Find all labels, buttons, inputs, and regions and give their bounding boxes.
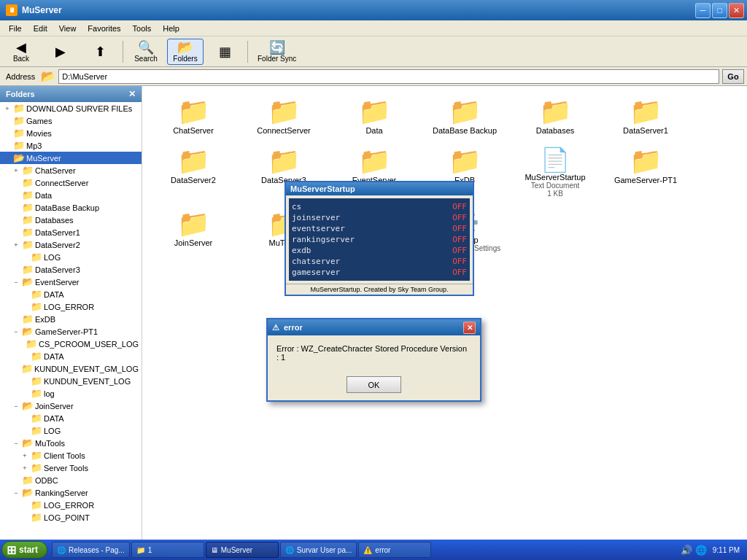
minimize-button[interactable]: ─ bbox=[695, 3, 711, 18]
tray-icon-2: 🌐 bbox=[695, 545, 707, 556]
back-icon: ◀ bbox=[16, 41, 26, 54]
taskbar-label-1: 1 bbox=[148, 546, 152, 554]
error-message: Error : WZ_CreateChracter Stored Procedu… bbox=[276, 344, 471, 362]
taskbar-label-error: error bbox=[375, 546, 390, 554]
toolbar: ◀ Back ▶ ⬆ 🔍 Search 📂 Folders ▦ 🔄 Folder… bbox=[0, 36, 747, 67]
menu-bar: File Edit View Favorites Tools Help bbox=[0, 20, 747, 36]
taskbar-label-survar: Survar User pa... bbox=[297, 546, 352, 554]
address-input[interactable] bbox=[58, 69, 719, 84]
search-button[interactable]: 🔍 Search bbox=[128, 39, 164, 65]
menu-help[interactable]: Help bbox=[157, 23, 185, 34]
error-title: error bbox=[284, 323, 303, 332]
taskbar-icon-error: ⚠️ bbox=[363, 546, 372, 554]
forward-button[interactable]: ▶ bbox=[42, 39, 79, 65]
up-icon: ⬆ bbox=[95, 45, 106, 58]
start-button[interactable]: ⊞ start bbox=[1, 541, 47, 559]
menu-edit[interactable]: Edit bbox=[28, 23, 53, 34]
taskbar-item-survar[interactable]: 🌐 Survar User pa... bbox=[280, 542, 357, 558]
folders-label: Folders bbox=[173, 55, 197, 63]
tray-icon-1: 🔊 bbox=[681, 545, 692, 556]
title-bar-left: 🖥 MuServer bbox=[6, 4, 62, 16]
taskbar-item-muserver[interactable]: 🖥 MuServer bbox=[206, 542, 279, 558]
address-label: Address bbox=[3, 72, 38, 81]
up-button[interactable]: ⬆ bbox=[82, 39, 118, 65]
taskbar-item-releases[interactable]: 🌐 Releases - Pag... bbox=[52, 542, 130, 558]
address-folder-icon: 📂 bbox=[41, 69, 55, 83]
views-icon: ▦ bbox=[219, 45, 231, 58]
folders-button[interactable]: 📂 Folders bbox=[167, 39, 204, 65]
maximize-button[interactable]: □ bbox=[712, 3, 727, 18]
back-button[interactable]: ◀ Back bbox=[3, 39, 39, 65]
menu-file[interactable]: File bbox=[3, 23, 28, 34]
menu-favorites[interactable]: Favorites bbox=[82, 23, 126, 34]
taskbar-item-1[interactable]: 📁 1 bbox=[131, 542, 204, 558]
close-button[interactable]: ✕ bbox=[729, 3, 744, 18]
error-dialog-buttons: OK bbox=[268, 376, 480, 400]
separator-2 bbox=[247, 41, 248, 63]
start-icon: ⊞ bbox=[7, 543, 16, 557]
taskbar-icon-muserver: 🖥 bbox=[211, 546, 218, 554]
error-dialog-titlebar: ⚠ error ✕ bbox=[268, 319, 480, 335]
taskbar-time: 9:11 PM bbox=[710, 546, 743, 554]
forward-icon: ▶ bbox=[55, 45, 66, 58]
back-label: Back bbox=[13, 55, 29, 63]
error-dialog: ⚠ error ✕ Error : WZ_CreateChracter Stor… bbox=[266, 318, 481, 402]
title-bar: 🖥 MuServer ─ □ ✕ bbox=[0, 0, 747, 20]
views-button[interactable]: ▦ bbox=[206, 39, 243, 65]
foldersync-icon: 🔄 bbox=[269, 41, 285, 54]
search-icon: 🔍 bbox=[138, 41, 154, 54]
menu-view[interactable]: View bbox=[53, 23, 82, 34]
search-label: Search bbox=[134, 55, 158, 63]
taskbar-icon-survar: 🌐 bbox=[285, 546, 294, 554]
taskbar-item-error[interactable]: ⚠️ error bbox=[358, 542, 431, 558]
foldersync-button[interactable]: 🔄 Folder Sync bbox=[252, 39, 301, 65]
taskbar-label-muserver: MuServer bbox=[221, 546, 252, 554]
error-titlebar-left: ⚠ error bbox=[272, 323, 303, 332]
error-icon: ⚠ bbox=[272, 323, 279, 332]
ok-button[interactable]: OK bbox=[347, 376, 401, 393]
taskbar-icon-releases: 🌐 bbox=[57, 546, 66, 554]
taskbar-icon-1: 📁 bbox=[136, 546, 145, 554]
separator-1 bbox=[123, 41, 123, 63]
main-layout: Folders ✕ + 📁 DOWNLOAD SURVER FILEs 📁 Ga… bbox=[0, 86, 747, 540]
taskbar: ⊞ start 🌐 Releases - Pag... 📁 1 🖥 MuServ… bbox=[0, 540, 747, 560]
start-label: start bbox=[19, 545, 38, 555]
taskbar-label-releases: Releases - Pag... bbox=[69, 546, 125, 554]
address-bar: Address 📂 Go bbox=[0, 67, 747, 86]
folders-icon: 📂 bbox=[177, 41, 193, 54]
foldersync-label: Folder Sync bbox=[258, 55, 296, 63]
title-bar-buttons: ─ □ ✕ bbox=[695, 3, 744, 18]
error-dialog-close[interactable]: ✕ bbox=[463, 322, 476, 334]
taskbar-items: 🌐 Releases - Pag... 📁 1 🖥 MuServer 🌐 Sur… bbox=[49, 542, 676, 558]
go-button[interactable]: Go bbox=[722, 69, 744, 84]
dialog-overlay: ⚠ error ✕ Error : WZ_CreateChracter Stor… bbox=[0, 86, 747, 560]
error-dialog-body: Error : WZ_CreateChracter Stored Procedu… bbox=[268, 335, 480, 376]
menu-tools[interactable]: Tools bbox=[127, 23, 158, 34]
window-title: MuServer bbox=[22, 5, 62, 15]
taskbar-tray: 🔊 🌐 9:11 PM bbox=[676, 545, 747, 556]
window-icon: 🖥 bbox=[6, 4, 18, 16]
